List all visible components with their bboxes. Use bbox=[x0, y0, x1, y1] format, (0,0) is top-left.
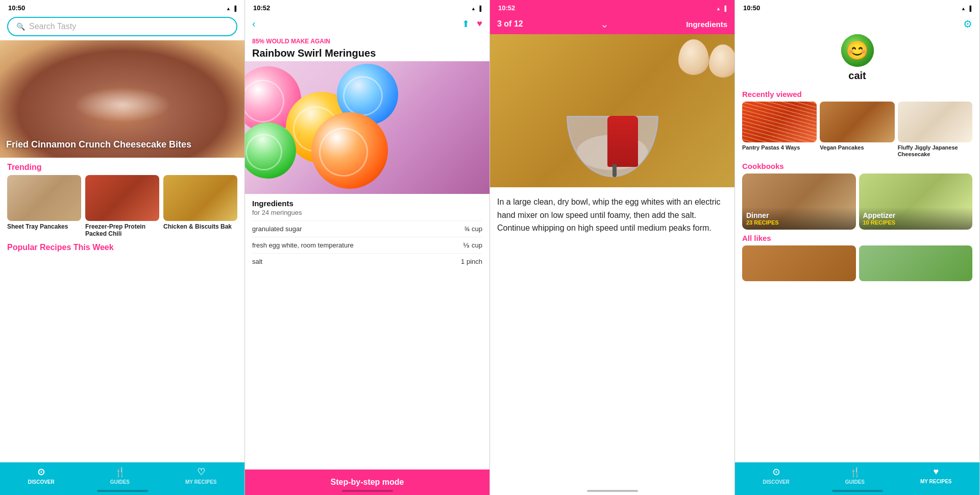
myrecipes-icon-1: ♡ bbox=[197, 466, 205, 478]
ingredient-count: for 24 meringues bbox=[252, 209, 482, 216]
battery-icon-4 bbox=[968, 5, 971, 11]
cookbook-overlay-1: Dinner 23 RECIPES bbox=[742, 207, 856, 230]
favorite-icon[interactable]: ♥ bbox=[477, 18, 482, 30]
step-header: 3 of 12 ⌄ Ingredients bbox=[490, 14, 734, 34]
status-bar-4: 10:50 bbox=[735, 0, 979, 14]
trending-label: Trending bbox=[0, 158, 244, 175]
trending-item-2[interactable]: Freezer-Prep Protein Packed Chili bbox=[85, 175, 159, 238]
trending-item-3[interactable]: Chicken & Biscuits Bak bbox=[163, 175, 237, 238]
recipe-title: Rainbow Swirl Meringues bbox=[252, 47, 482, 59]
screen-discover: 10:50 🔍 Search Tasty Fried Cinnamon Crun… bbox=[0, 0, 245, 495]
profile-name: cait bbox=[848, 70, 866, 82]
cookbook-overlay-2: Appetizer 10 RECIPES bbox=[859, 207, 973, 230]
ingredient-amount-1: ¾ cup bbox=[464, 225, 482, 233]
avatar bbox=[841, 34, 874, 67]
cookbook-item-1[interactable]: Dinner 23 RECIPES bbox=[742, 174, 856, 230]
cookbook-name-1: Dinner bbox=[746, 211, 852, 219]
recently-item-3[interactable]: Fluffy Jiggly Japanese Cheesecake bbox=[898, 102, 972, 158]
settings-icon[interactable]: ⚙ bbox=[963, 18, 972, 30]
hero-image[interactable]: Fried Cinnamon Crunch Cheesecake Bites bbox=[0, 40, 244, 158]
nav-myrecipes-4[interactable]: ♥ MY RECIPES bbox=[920, 466, 952, 485]
ingredient-amount-2: ⅓ cup bbox=[463, 241, 482, 249]
trending-item-1[interactable]: Sheet Tray Pancakes bbox=[7, 175, 81, 238]
status-icons-4 bbox=[961, 5, 971, 11]
step-chevron-icon[interactable]: ⌄ bbox=[600, 18, 609, 30]
battery-icon-3 bbox=[723, 5, 726, 11]
step-video-inner bbox=[490, 34, 734, 187]
profile-section: cait bbox=[735, 32, 979, 87]
like-thumb-1[interactable] bbox=[742, 245, 856, 281]
status-bar-2: 10:52 bbox=[245, 0, 489, 14]
nav-guides-4[interactable]: 🍴 GUIDES bbox=[845, 466, 865, 485]
meringue-ball-5 bbox=[311, 112, 388, 189]
time-1: 10:50 bbox=[8, 4, 25, 12]
ingredients-button[interactable]: Ingredients bbox=[686, 20, 727, 29]
status-icons-2 bbox=[471, 5, 481, 11]
recently-viewed-row: Pantry Pastas 4 Ways Vegan Pancakes Fluf… bbox=[735, 102, 979, 158]
search-bar[interactable]: 🔍 Search Tasty bbox=[7, 17, 237, 36]
step-counter: 3 of 12 bbox=[497, 19, 523, 29]
like-thumb-2[interactable] bbox=[859, 245, 973, 281]
home-indicator-2 bbox=[342, 490, 393, 492]
cookbooks-label: Cookbooks bbox=[735, 158, 979, 174]
recipe-hero-image bbox=[245, 61, 489, 194]
guides-icon-4: 🍴 bbox=[849, 466, 861, 478]
screen-step-view: 10:52 3 of 12 ⌄ Ingredients In a large c… bbox=[490, 0, 735, 495]
popular-label: Popular Recipes This Week bbox=[0, 238, 244, 255]
cookbooks-row: Dinner 23 RECIPES Appetizer 10 RECIPES bbox=[735, 174, 979, 230]
recently-name-3: Fluffy Jiggly Japanese Cheesecake bbox=[898, 144, 972, 158]
ingredient-row-1: granulated sugar ¾ cup bbox=[252, 220, 482, 237]
nav-myrecipes-1[interactable]: ♡ MY RECIPES bbox=[185, 466, 217, 485]
recently-name-1: Pantry Pastas 4 Ways bbox=[742, 144, 817, 151]
ingredient-name-2: fresh egg white, room temperature bbox=[252, 241, 354, 249]
nav-discover-1[interactable]: ⊙ DISCOVER bbox=[28, 466, 54, 485]
wifi-icon-2 bbox=[471, 5, 476, 11]
ingredient-name-1: granulated sugar bbox=[252, 225, 302, 233]
nav-discover-4[interactable]: ⊙ DISCOVER bbox=[763, 466, 789, 485]
search-icon: 🔍 bbox=[16, 22, 25, 31]
nav-guides-1[interactable]: 🍴 GUIDES bbox=[110, 466, 130, 485]
time-3: 10:52 bbox=[498, 4, 515, 12]
status-icons-1 bbox=[226, 5, 236, 11]
trending-thumb-3 bbox=[163, 175, 237, 221]
recently-item-2[interactable]: Vegan Pancakes bbox=[820, 102, 894, 158]
trending-thumb-1 bbox=[7, 175, 81, 221]
recently-thumb-3 bbox=[898, 102, 972, 142]
screen-recipe-detail: 10:52 ‹ ⬆ ♥ 85% WOULD MAKE AGAIN Rainbow… bbox=[245, 0, 490, 495]
status-bar-3: 10:52 bbox=[490, 0, 734, 14]
trending-name-3: Chicken & Biscuits Bak bbox=[163, 223, 237, 230]
cookbook-item-2[interactable]: Appetizer 10 RECIPES bbox=[859, 174, 973, 230]
discover-icon-4: ⊙ bbox=[772, 466, 780, 478]
meringue-image bbox=[245, 61, 489, 194]
trending-thumb-2 bbox=[85, 175, 159, 221]
ingredient-amount-3: 1 pinch bbox=[461, 258, 482, 265]
battery-icon-1 bbox=[233, 5, 236, 11]
back-button[interactable]: ‹ bbox=[252, 18, 256, 30]
home-indicator-3 bbox=[587, 490, 638, 492]
guides-icon-1: 🍴 bbox=[114, 466, 126, 478]
profile-header: ⚙ bbox=[735, 14, 979, 32]
recently-thumb-2 bbox=[820, 102, 894, 142]
all-likes-row bbox=[735, 245, 979, 281]
step-video bbox=[490, 34, 734, 187]
meringue-ball-4 bbox=[245, 122, 296, 179]
status-icons-3 bbox=[716, 5, 726, 11]
discover-icon-1: ⊙ bbox=[37, 466, 45, 478]
recently-viewed-label: Recently viewed bbox=[735, 87, 979, 102]
recently-item-1[interactable]: Pantry Pastas 4 Ways bbox=[742, 102, 817, 158]
ingredient-row-2: fresh egg white, room temperature ⅓ cup bbox=[252, 237, 482, 253]
time-2: 10:52 bbox=[253, 4, 270, 12]
ingredients-heading: Ingredients bbox=[252, 199, 482, 208]
home-indicator-4 bbox=[832, 490, 883, 492]
myrecipes-label-1: MY RECIPES bbox=[185, 479, 217, 485]
cookbook-count-1: 23 RECIPES bbox=[746, 219, 852, 226]
ingredient-row-3: salt 1 pinch bbox=[252, 253, 482, 269]
ingredients-section: Ingredients for 24 meringues granulated … bbox=[245, 194, 489, 469]
share-icon[interactable]: ⬆ bbox=[462, 18, 470, 30]
myrecipes-icon-4: ♥ bbox=[933, 466, 939, 477]
myrecipes-label-4: MY RECIPES bbox=[920, 479, 952, 484]
trending-row: Sheet Tray Pancakes Freezer-Prep Protein… bbox=[0, 175, 244, 238]
search-placeholder: Search Tasty bbox=[29, 22, 76, 31]
home-indicator-1 bbox=[97, 490, 148, 492]
time-4: 10:50 bbox=[743, 4, 760, 12]
